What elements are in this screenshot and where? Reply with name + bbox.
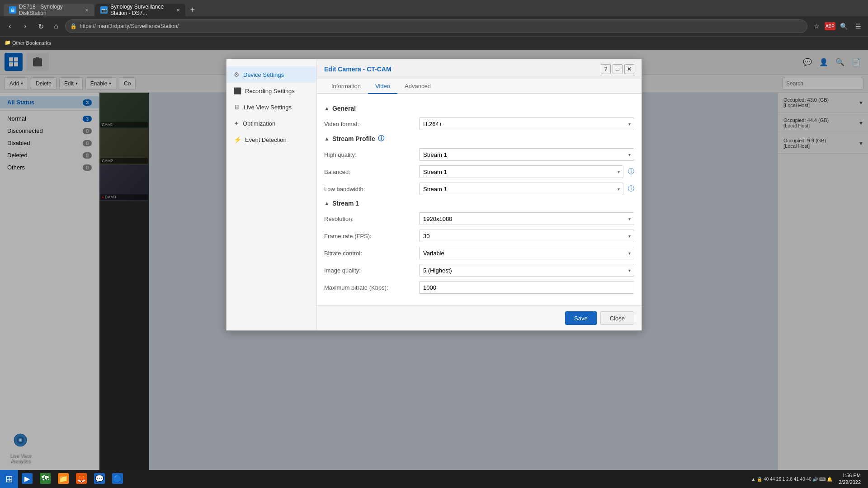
menu-icon[interactable]: ☰ <box>852 20 864 33</box>
browser-tab-bar: 🖥 DS718 - Synology DiskStation ✕ 📷 Synol… <box>0 0 868 16</box>
modal-overlay: ⚙ Device Settings ⬛ Recording Settings 🖥… <box>0 50 868 470</box>
taskbar-item-2[interactable]: 🗺 <box>36 470 54 488</box>
modal-body: ▲ General Video format: H.264+ H.264 H.2… <box>317 94 642 305</box>
device-settings-label: Device Settings <box>243 71 284 78</box>
frame-rate-select-wrapper: 30 25 15 10 5 ▾ <box>419 230 634 242</box>
stream-profile-section-header: ▲ Stream Profile ⓘ <box>324 135 634 143</box>
bookmark-folder-icon: 📁 <box>5 40 11 46</box>
refresh-button[interactable]: ↻ <box>34 20 47 33</box>
image-quality-select[interactable]: 5 (Highest) 4 3 2 1 (Lowest) <box>419 264 634 277</box>
lock-icon: 🔒 <box>70 23 77 29</box>
nav-device-settings[interactable]: ⚙ Device Settings <box>226 66 316 83</box>
modal-tabs: Information Video Advanced <box>317 79 642 94</box>
video-format-select[interactable]: H.264+ H.264 H.265 MJPEG <box>419 117 634 130</box>
browser-nav-icons: ☆ ABP 🔍 ☰ <box>810 20 864 33</box>
close-button[interactable]: Close <box>600 311 634 325</box>
image-quality-label: Image quality: <box>324 267 415 274</box>
frame-rate-row: Frame rate (FPS): 30 25 15 10 5 ▾ <box>324 230 634 242</box>
general-collapse-icon[interactable]: ▲ <box>324 105 330 112</box>
bitrate-control-select-wrapper: Variable Fixed ▾ <box>419 247 634 259</box>
sys-tray-icons: ▲ 🔒 40 44 26 1 2.8 41 40 40 🔊 ⌨ 🔔 <box>750 477 833 482</box>
forward-button[interactable]: › <box>19 20 32 33</box>
balanced-row: Balanced: Stream 1 Stream 2 Stream 3 ▾ ⓘ <box>324 165 634 178</box>
tab-close-diskstation[interactable]: ✕ <box>85 8 89 13</box>
stream-profile-info-icon[interactable]: ⓘ <box>378 135 384 143</box>
resolution-row: Resolution: 868x488 1280x720 640x480 ▾ <box>324 212 634 225</box>
back-button[interactable]: ‹ <box>4 20 16 33</box>
stream-profile-collapse-icon[interactable]: ▲ <box>324 136 330 142</box>
balanced-select-wrapper: Stream 1 Stream 2 Stream 3 ▾ <box>419 165 623 178</box>
stream1-section-header: ▲ Stream 1 <box>324 200 634 207</box>
event-detection-label: Event Detection <box>245 136 287 143</box>
tab-diskstation[interactable]: 🖥 DS718 - Synology DiskStation ✕ <box>4 4 94 16</box>
tab-close-surveillance[interactable]: ✕ <box>176 8 180 13</box>
taskbar-item-6[interactable]: 🔵 <box>108 470 127 488</box>
device-settings-icon: ⚙ <box>234 71 240 78</box>
clock-date: 2/22/2022 <box>839 479 861 486</box>
nav-live-view-settings[interactable]: 🖥 Live View Settings <box>226 99 316 115</box>
home-button[interactable]: ⌂ <box>50 20 62 33</box>
high-quality-row: High quality: Stream 1 Stream 2 Stream 3… <box>324 148 634 161</box>
tab-surveillance[interactable]: 📷 Synology Surveillance Station - DS7...… <box>95 4 185 16</box>
taskbar-system-tray: ▲ 🔒 40 44 26 1 2.8 41 40 40 🔊 ⌨ 🔔 <box>749 477 835 482</box>
bitrate-control-select[interactable]: Variable Fixed <box>419 247 634 259</box>
resolution-select[interactable]: 868x488 1280x720 640x480 <box>419 212 634 225</box>
low-bandwidth-info-icon[interactable]: ⓘ <box>628 185 634 193</box>
image-quality-row: Image quality: 5 (Highest) 4 3 2 1 (Lowe… <box>324 264 634 277</box>
video-format-row: Video format: H.264+ H.264 H.265 MJPEG ▾ <box>324 117 634 130</box>
taskbar-item-3[interactable]: 📁 <box>54 470 72 488</box>
tab-information[interactable]: Information <box>324 79 368 94</box>
taskbar-item-5[interactable]: 💬 <box>90 470 108 488</box>
modal-help-button[interactable]: ? <box>601 64 611 74</box>
modal-title: Edit Camera - CT-CAM <box>324 66 392 73</box>
max-bitrate-input[interactable] <box>419 281 634 294</box>
start-button[interactable]: ⊞ <box>0 470 18 488</box>
taskbar: ⊞ ▶ 🗺 📁 🦊 💬 🔵 ▲ 🔒 40 44 26 1 2.8 41 40 4… <box>0 470 868 488</box>
low-bandwidth-select-wrapper: Stream 1 Stream 2 Stream 3 ▾ <box>419 183 623 195</box>
tab-advanced[interactable]: Advanced <box>397 79 438 94</box>
nav-optimization[interactable]: ✦ Optimization <box>226 115 316 131</box>
low-bandwidth-row: Low bandwidth: Stream 1 Stream 2 Stream … <box>324 183 634 195</box>
frame-rate-select[interactable]: 30 25 15 10 5 <box>419 230 634 242</box>
nav-event-detection[interactable]: ⚡ Event Detection <box>226 131 316 148</box>
high-quality-select[interactable]: Stream 1 Stream 2 Stream 3 <box>419 148 634 161</box>
taskbar-icon-2: 🗺 <box>40 473 51 484</box>
low-bandwidth-select[interactable]: Stream 1 Stream 2 Stream 3 <box>419 183 623 195</box>
resolution-select-wrapper: 868x488 1280x720 640x480 ▾ <box>419 212 634 225</box>
taskbar-icon-5: 💬 <box>94 473 105 484</box>
stream-profile-title: Stream Profile <box>332 135 375 142</box>
extensions-icon[interactable]: 🔍 <box>837 20 850 33</box>
taskbar-item-4[interactable]: 🦊 <box>72 470 90 488</box>
modal-header: Edit Camera - CT-CAM ? □ ✕ <box>317 59 642 79</box>
nav-recording-settings[interactable]: ⬛ Recording Settings <box>226 83 316 99</box>
balanced-info-icon[interactable]: ⓘ <box>628 168 634 176</box>
modal-maximize-button[interactable]: □ <box>613 64 623 74</box>
clock-time: 1:56 PM <box>839 472 861 479</box>
tab-video[interactable]: Video <box>368 79 397 94</box>
taskbar-icon-1: ▶ <box>22 473 33 484</box>
taskbar-icon-6: 🔵 <box>112 473 123 484</box>
modal-close-button[interactable]: ✕ <box>624 64 634 74</box>
bookmark-star[interactable]: ☆ <box>810 20 823 33</box>
address-bar[interactable]: 🔒 https:// man/3rdparty/SurveillanceStat… <box>65 19 807 33</box>
modal-window-controls: ? □ ✕ <box>601 64 634 74</box>
taskbar-clock[interactable]: 1:56 PM 2/22/2022 <box>835 472 864 486</box>
taskbar-items: ▶ 🗺 📁 🦊 💬 🔵 <box>18 470 749 488</box>
bookmark-other[interactable]: 📁 Other Bookmarks <box>5 40 51 46</box>
max-bitrate-label: Maximum bitrate (Kbps): <box>324 284 415 291</box>
taskbar-icon-4: 🦊 <box>76 473 87 484</box>
adblock-icon[interactable]: ABP <box>825 22 835 30</box>
stream1-title: Stream 1 <box>332 200 359 207</box>
modal-main-content: Edit Camera - CT-CAM ? □ ✕ Information V… <box>317 59 642 330</box>
new-tab-button[interactable]: + <box>186 4 199 16</box>
general-section-header: ▲ General <box>324 105 634 112</box>
recording-settings-label: Recording Settings <box>245 88 295 94</box>
balanced-select[interactable]: Stream 1 Stream 2 Stream 3 <box>419 165 623 178</box>
tab-icon-surveillance: 📷 <box>100 6 108 14</box>
save-button[interactable]: Save <box>565 311 597 325</box>
taskbar-item-1[interactable]: ▶ <box>18 470 36 488</box>
browser-chrome: 🖥 DS718 - Synology DiskStation ✕ 📷 Synol… <box>0 0 868 50</box>
event-detection-icon: ⚡ <box>234 136 241 143</box>
stream1-collapse-icon[interactable]: ▲ <box>324 200 330 206</box>
high-quality-select-wrapper: Stream 1 Stream 2 Stream 3 ▾ <box>419 148 634 161</box>
